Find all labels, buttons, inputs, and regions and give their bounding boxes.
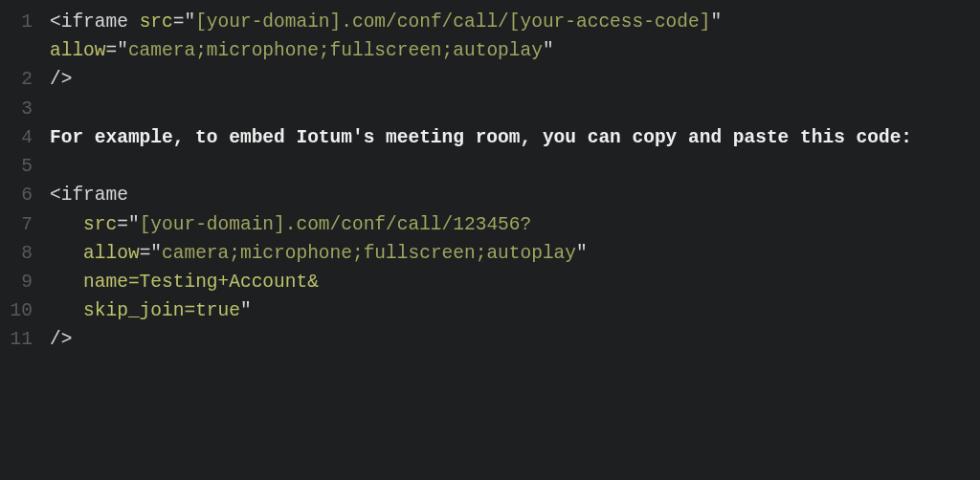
code-line: 11 /> <box>0 325 980 354</box>
code-content: <iframe <box>50 181 980 209</box>
code-line: 3 <box>0 95 980 123</box>
code-line: 8 allow="camera;microphone;fullscreen;au… <box>0 239 980 268</box>
line-number: 2 <box>0 65 50 94</box>
code-content: <iframe src="[your-domain].com/conf/call… <box>50 8 980 65</box>
code-line: 1 <iframe src="[your-domain].com/conf/ca… <box>0 8 980 65</box>
code-content <box>50 95 980 123</box>
code-line: 5 <box>0 152 980 181</box>
code-line: 2 /> <box>0 65 980 94</box>
code-line: 9 name=Testing+Account& <box>0 268 980 296</box>
code-content: /> <box>50 65 980 94</box>
code-line: 6 <iframe <box>0 181 980 209</box>
code-content: name=Testing+Account& <box>50 268 980 296</box>
line-number: 7 <box>0 210 50 239</box>
code-content: skip_join=true" <box>50 296 980 325</box>
line-number: 5 <box>0 152 50 181</box>
code-content <box>50 152 980 181</box>
line-number: 11 <box>0 325 50 354</box>
code-content: allow="camera;microphone;fullscreen;auto… <box>50 239 980 268</box>
comment-text: For example, to embed Iotum's meeting ro… <box>50 127 912 148</box>
line-number: 4 <box>0 123 50 152</box>
code-editor: 1 <iframe src="[your-domain].com/conf/ca… <box>0 8 980 355</box>
line-number: 10 <box>0 296 50 325</box>
line-number: 3 <box>0 95 50 123</box>
code-line: 4 For example, to embed Iotum's meeting … <box>0 123 980 152</box>
line-number: 6 <box>0 181 50 209</box>
code-line: 10 skip_join=true" <box>0 296 980 325</box>
code-content: /> <box>50 325 980 354</box>
code-line: 7 src="[your-domain].com/conf/call/12345… <box>0 210 980 239</box>
code-content: src="[your-domain].com/conf/call/123456? <box>50 210 980 239</box>
line-number: 8 <box>0 239 50 268</box>
line-number: 1 <box>0 8 50 36</box>
line-number: 9 <box>0 268 50 296</box>
code-content: For example, to embed Iotum's meeting ro… <box>50 123 980 152</box>
